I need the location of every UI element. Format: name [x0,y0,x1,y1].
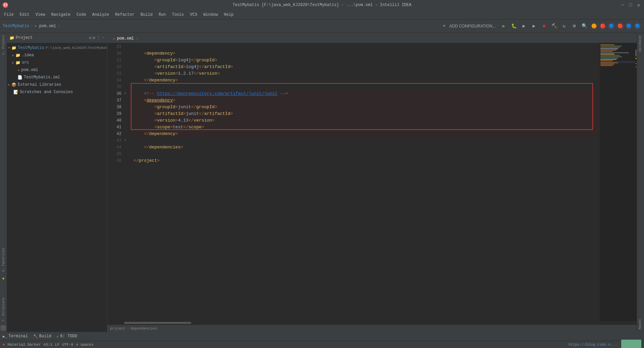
tree-item-root[interactable]: ▼ 📁 TestMybatis F:\java_web_KJ2020\TestM… [7,44,107,52]
debug-button[interactable]: 🐛 [510,22,518,30]
status-lf[interactable]: LF [55,343,59,347]
todo-tab[interactable]: ✓ 6: TODO [57,334,77,339]
src-arrow: ▶ [12,61,14,65]
line-num-42: 42 [107,131,121,137]
status-position[interactable]: 43:1 [44,343,52,347]
minimap [600,43,637,321]
line-num-32: 32 [107,64,121,70]
status-encoding[interactable]: UTF-8 [62,343,73,347]
minimap-content [600,43,637,68]
browser-ie[interactable]: 🔵 [634,22,641,30]
tree-item-scratches[interactable]: 📝 Scratches and Consoles [7,88,107,96]
menu-file[interactable]: File [1,12,16,18]
run-button[interactable]: ▶ [500,22,508,30]
code-line-34: </dependency> [131,77,600,84]
line-num-41: 41 [107,124,121,131]
maximize-button[interactable]: □ [628,2,633,8]
tree-item-idea[interactable]: ▶ 📁 .idea [7,52,107,59]
menu-edit[interactable]: Edit [17,12,32,18]
root-arrow: ▼ [8,46,10,50]
menu-analyze[interactable]: Analyze [90,12,112,18]
code-line-42: </dependency> [131,131,600,137]
code-line-32: <artifactId>log4j</artifactId> [131,64,600,70]
status-bar: ● Material Darker 43:1 LF UTF-8 4 spaces… [0,341,644,348]
line-num-43: 43 [107,137,121,144]
menu-refactor[interactable]: Refactor [112,12,137,18]
status-indent[interactable]: 4 spaces [76,343,94,347]
build-tab[interactable]: 🔨 Build [33,334,51,339]
build-button[interactable]: 🔨 [550,22,558,30]
browser-safari[interactable]: 🔵 [608,22,615,30]
pom-file-icon: ✦ [17,68,20,73]
expand-icon[interactable]: ⊞ [93,36,95,41]
stop-button[interactable]: ■ [540,22,548,30]
code-line-44: </dependencies> [131,144,600,151]
title-bar-left: IJ [3,2,8,8]
browser-edge[interactable]: 🔵 [625,22,633,30]
menu-run[interactable]: Run [156,12,169,18]
code-line-39: <artifactId>junit</artifactId> [131,111,600,117]
menu-view[interactable]: View [33,12,48,18]
toolbar: TestMybatis › ✦ pom.xml › ⚑ ADD CONFIGUR… [0,19,644,33]
tab-pomxml[interactable]: ✦ pom.xml ✕ [109,34,142,43]
minimap-info-marker [635,63,637,64]
maven-tab[interactable]: Maven [637,317,644,332]
structure-strip[interactable]: 7: Structure [1,296,6,324]
menu-window[interactable]: Window [201,12,220,18]
project-header: 📁 Project ⚙ ⊞ ⋮ − [7,33,107,43]
more-icon[interactable]: ⋮ [97,36,101,41]
browser-opera[interactable]: 🔴 [616,22,624,30]
collapse-icon[interactable]: − [102,36,104,41]
toolbar-right: ⚑ ADD CONFIGURATION... ▶ 🐛 ▶ ▶ ■ 🔨 ↻ ⊞ 🔍… [443,22,641,30]
breadcrumb-sep1: › [31,24,33,28]
horizontal-scroll-thumb[interactable] [124,322,191,324]
line-num-33: 33 [107,70,121,77]
breadcrumb-project[interactable]: TestMybatis [3,24,29,28]
todo-label: 6: TODO [60,334,77,339]
breadcrumb-dependencies-status: dependencies [130,327,157,331]
sync-button[interactable]: ↻ [560,22,568,30]
build-icon: 🔨 [33,334,38,339]
idea-label: .idea [22,53,34,58]
search-button[interactable]: 🔍 [580,22,588,30]
tree-item-pomxml[interactable]: ✦ pom.xml [7,66,107,74]
tree-item-iml[interactable]: 📄 TestMybatis.iml [7,74,107,81]
profile-button[interactable]: ▶ [530,22,538,30]
minimap-warning-marker [635,58,637,59]
breadcrumb-file[interactable]: ✦ pom.xml [34,23,56,28]
code-line-45 [131,151,600,157]
terminal-tab[interactable]: ▶_ Terminal [3,334,28,339]
add-configuration-button[interactable]: ADD CONFIGURATION... [447,23,498,29]
browser-chrome[interactable]: 🟠 [590,22,598,30]
browser-icons: 🟠 🔴 🔵 🔴 🔵 🔵 [590,22,641,30]
window-title: TestMybatis [F:\java_web_KJ2020\TestMyba… [233,3,412,7]
menu-build[interactable]: Build [138,12,155,18]
tree-item-external-libs[interactable]: ▶ 📦 External Libraries [7,81,107,88]
menu-tools[interactable]: Tools [169,12,187,18]
menu-navigate[interactable]: Navigate [48,12,73,18]
tab-pomxml-close[interactable]: ✕ [136,37,138,41]
editor-area: ✦ pom.xml ✕ 29 30 31 32 33 34 35 36 37 3… [107,33,637,332]
tab-pomxml-label: pom.xml [117,36,134,41]
menu-code[interactable]: Code [74,12,89,18]
coverage-button[interactable]: ▶ [520,22,528,30]
favorites-strip[interactable]: 2: Favorites [1,246,6,274]
settings-icon[interactable]: ⚙ [89,36,91,41]
line-num-29: 29 [107,44,121,50]
breadcrumb-status-bar: project › dependencies [107,325,637,332]
status-theme-label: Material Darker [8,343,41,347]
layout-button[interactable]: ⊞ [570,22,578,30]
close-button[interactable]: ✕ [636,2,641,8]
menu-vcs[interactable]: VCS [187,12,200,18]
line-num-39: 39 [107,111,121,117]
database-tab[interactable]: Database [637,33,644,54]
menu-help[interactable]: Help [221,12,236,18]
line-num-46: 46 [107,157,121,164]
code-content[interactable]: <dependency> <groupId>log4j</groupId> <a… [131,43,600,321]
minimize-button[interactable]: ─ [620,2,625,8]
tree-item-src[interactable]: ▶ 📁 src [7,59,107,66]
horizontal-scrollbar[interactable] [107,321,637,325]
project-tab-strip[interactable]: 1: Project [1,33,6,57]
project-header-icons: ⚙ ⊞ ⋮ − [89,36,104,41]
browser-firefox[interactable]: 🔴 [599,22,606,30]
